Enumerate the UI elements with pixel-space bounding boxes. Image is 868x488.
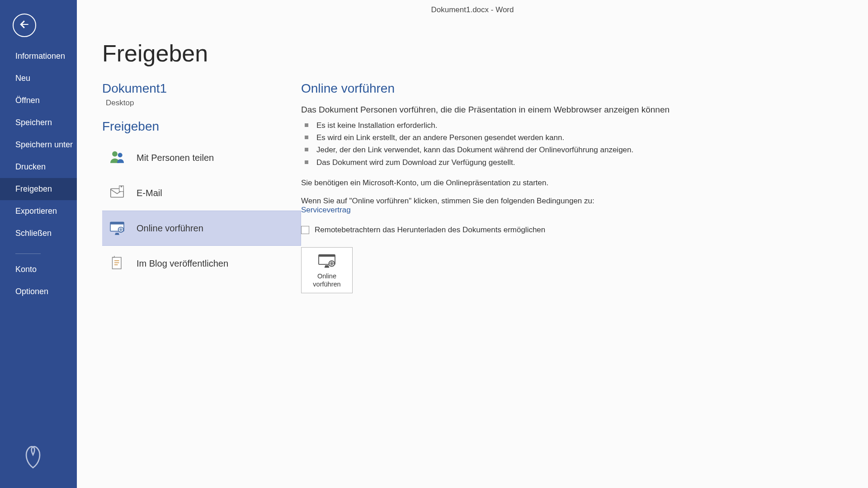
sidebar-item-speichern-unter[interactable]: Speichern unter — [0, 134, 77, 156]
back-button[interactable] — [13, 14, 36, 37]
app-logo-icon — [17, 441, 49, 474]
sidebar-item-freigeben[interactable]: Freigeben — [0, 178, 77, 200]
sidebar-item-label: Neu — [15, 74, 30, 83]
sidebar-item-label: Speichern unter — [15, 140, 73, 149]
svg-rect-13 — [319, 254, 335, 257]
share-section-title: Freigeben — [102, 119, 301, 134]
present-online-icon — [317, 253, 337, 269]
sidebar-item-speichern[interactable]: Speichern — [0, 112, 77, 134]
share-option-label: Im Blog veröffentlichen — [137, 258, 228, 269]
present-online-button[interactable]: Online vorführen — [301, 247, 353, 293]
document-location: Desktop — [106, 99, 301, 108]
sidebar-item-label: Schließen — [15, 229, 52, 238]
sidebar-item-label: Konto — [15, 265, 37, 274]
detail-bullet: Jeder, der den Link verwendet, kann das … — [301, 144, 841, 156]
sidebar-item-drucken[interactable]: Drucken — [0, 156, 77, 178]
sidebar-item-label: Speichern — [15, 118, 52, 127]
detail-note: Sie benötigen ein Microsoft-Konto, um di… — [301, 178, 841, 188]
share-option-label: Online vorführen — [137, 223, 203, 234]
present-online-icon — [108, 219, 127, 238]
allow-download-checkbox[interactable] — [301, 226, 309, 234]
svg-point-4 — [121, 186, 123, 188]
sidebar-separator — [15, 253, 41, 254]
sidebar-item-label: Exportieren — [15, 206, 57, 216]
share-option-present-online[interactable]: Online vorführen — [102, 211, 301, 246]
detail-panel: Online vorführen Das Dokument Personen v… — [301, 22, 868, 488]
share-panel: Freigeben Dokument1 Desktop Freigeben — [102, 22, 301, 488]
detail-lead: Das Dokument Personen vorführen, die die… — [301, 105, 841, 115]
sidebar-item-label: Öffnen — [15, 96, 40, 105]
sidebar-item-konto[interactable]: Konto — [0, 258, 77, 281]
email-icon — [108, 183, 127, 202]
share-option-blog[interactable]: Im Blog veröffentlichen — [102, 246, 301, 281]
share-option-people[interactable]: Mit Personen teilen — [102, 140, 301, 175]
page-title: Freigeben — [102, 40, 301, 67]
share-option-label: E-Mail — [137, 188, 162, 198]
people-icon — [108, 148, 127, 167]
sidebar-item-label: Optionen — [15, 287, 48, 296]
share-option-email[interactable]: E-Mail — [102, 175, 301, 211]
detail-bullet: Es wird ein Link erstellt, der an andere… — [301, 131, 841, 144]
detail-agree-text: Wenn Sie auf "Online vorführen" klicken,… — [301, 197, 841, 206]
checkbox-label: Remotebetrachtern das Herunterladen des … — [315, 225, 545, 235]
action-button-label: Online vorführen — [304, 272, 349, 288]
detail-bullet: Es ist keine Installation erforderlich. — [301, 119, 841, 131]
svg-rect-6 — [110, 222, 124, 225]
detail-bullet: Das Dokument wird zum Download zur Verfü… — [301, 156, 841, 169]
sidebar-item-label: Drucken — [15, 162, 46, 171]
service-agreement-link[interactable]: Servicevertrag — [301, 206, 351, 215]
window-title: Dokument1.docx - Word — [77, 0, 868, 22]
sidebar-item-oeffnen[interactable]: Öffnen — [0, 89, 77, 112]
sidebar-item-exportieren[interactable]: Exportieren — [0, 200, 77, 222]
blog-icon — [108, 254, 127, 273]
sidebar-item-schliessen[interactable]: Schließen — [0, 222, 77, 244]
detail-title: Online vorführen — [301, 81, 841, 96]
svg-point-1 — [118, 153, 123, 157]
sidebar-item-neu[interactable]: Neu — [0, 67, 77, 89]
back-arrow-icon — [19, 19, 30, 32]
svg-point-0 — [112, 151, 118, 157]
backstage-sidebar: Informationen Neu Öffnen Speichern Speic… — [0, 0, 77, 488]
sidebar-item-informationen[interactable]: Informationen — [0, 45, 77, 67]
document-name: Dokument1 — [102, 81, 301, 96]
sidebar-item-label: Freigeben — [15, 184, 52, 193]
sidebar-item-optionen[interactable]: Optionen — [0, 281, 77, 303]
sidebar-item-label: Informationen — [15, 52, 65, 61]
share-option-label: Mit Personen teilen — [137, 153, 214, 163]
